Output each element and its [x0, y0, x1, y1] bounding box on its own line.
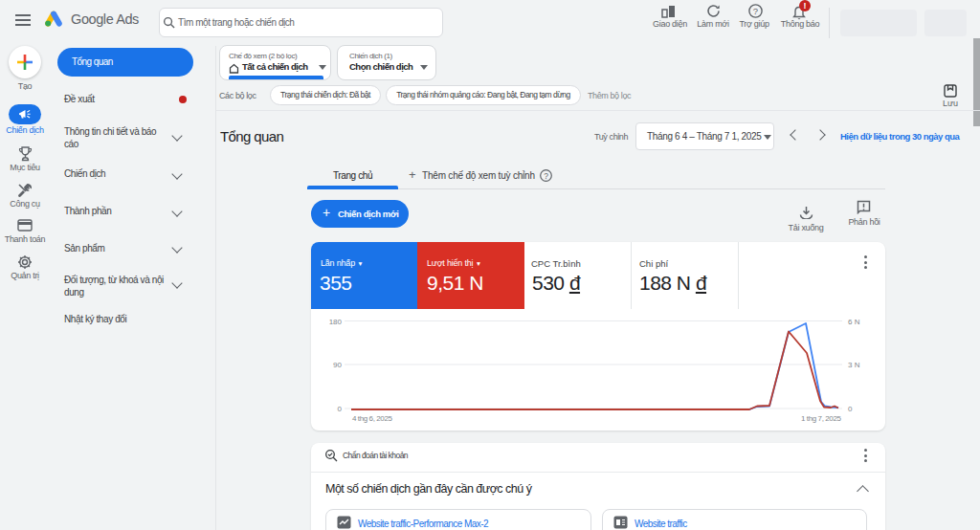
svg-text:3 N: 3 N: [848, 361, 860, 369]
svg-text:180: 180: [329, 318, 343, 326]
svg-text:0: 0: [848, 405, 853, 413]
svg-text:1 thg 7, 2025: 1 thg 7, 2025: [801, 414, 841, 423]
svg-text:6 N: 6 N: [848, 318, 860, 326]
svg-text:90: 90: [333, 361, 342, 369]
svg-text:0: 0: [338, 405, 343, 413]
svg-text:?: ?: [544, 171, 548, 181]
svg-text:4 thg 6, 2025: 4 thg 6, 2025: [352, 414, 392, 423]
svg-text:?: ?: [753, 6, 758, 16]
